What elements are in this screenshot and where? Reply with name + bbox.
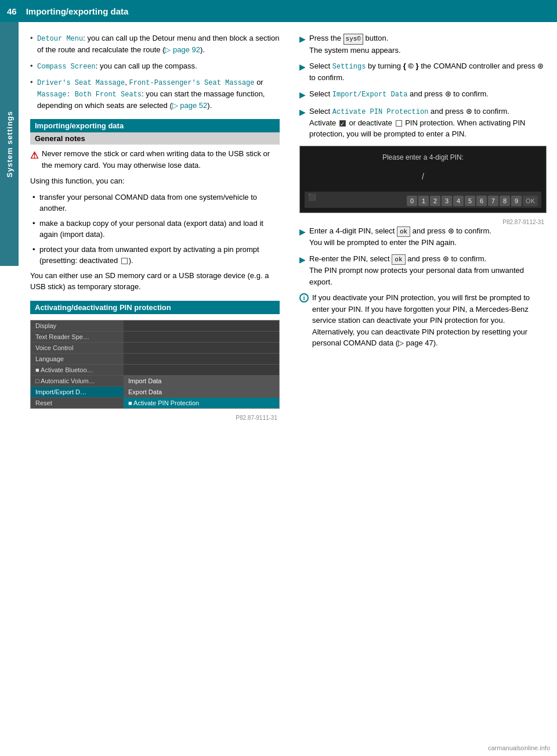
pin-key-2: 2 bbox=[430, 196, 440, 206]
checkbox-activate bbox=[339, 120, 346, 127]
bullet-massage: Driver's Seat Massage, Front-Pas­senger'… bbox=[30, 77, 280, 111]
arrow-text-4: Select Activate PIN Protection and press… bbox=[309, 106, 547, 140]
menu-cell-language: Language bbox=[31, 354, 124, 364]
code-both-seats-massage: Massage: Both Front Seats bbox=[37, 91, 142, 99]
sub-bullet-protect: protect your data from unwanted export b… bbox=[30, 244, 280, 267]
pin-key-6: 6 bbox=[476, 196, 487, 206]
pin-keyboard-bar: ⬛ 0 1 2 3 4 5 6 7 8 9 OK bbox=[305, 192, 541, 208]
menu-row-language: Language bbox=[31, 354, 279, 365]
page-number: 46 bbox=[7, 6, 17, 16]
syso-button: sys© bbox=[343, 34, 363, 45]
menu-row-voicecontrol: Voice Control bbox=[31, 343, 279, 354]
header-title: Importing/exporting data bbox=[26, 6, 129, 16]
menu-cell-bluetooth: ■ Activate Bluetoo… bbox=[31, 365, 124, 375]
arrow-icon-4: ▶ bbox=[299, 106, 306, 140]
menu-row-textreader: Text Reader Spe… bbox=[31, 332, 279, 343]
menu-row-importexport: Import/Export D… Export Data bbox=[31, 387, 279, 398]
using-this-function: Using this function, you can: bbox=[30, 175, 280, 187]
sidebar-tab: System settings bbox=[0, 22, 19, 266]
pin-key-5: 5 bbox=[465, 196, 475, 206]
bullet-detour-menu: Detour Menu: you can call up the Detour … bbox=[30, 33, 280, 56]
section-header-pin: Activating/deactivating PIN protection bbox=[30, 301, 280, 314]
pin-key-8: 8 bbox=[500, 196, 510, 206]
pin-key-7: 7 bbox=[488, 196, 498, 206]
pin-key-0: 0 bbox=[407, 196, 417, 206]
arrow-press-sys: ▶ Press the sys© button.The system menu … bbox=[299, 33, 547, 56]
arrow-text-3: Select Import/Export Data and press ⊛ to… bbox=[309, 88, 489, 101]
pin-key-3: 3 bbox=[442, 196, 452, 206]
arrow-enter-pin: ▶ Enter a 4-digit PIN, select ok and pre… bbox=[299, 225, 547, 249]
info-block: i If you deactivate your PIN protection,… bbox=[299, 292, 547, 349]
header-bar: 46 Importing/exporting data bbox=[0, 0, 557, 22]
code-activate-pin: Activate PIN Protection bbox=[332, 108, 429, 116]
pin-bottom-left-icon: ⬛ bbox=[308, 193, 316, 206]
menu-cell-autovol-right: Import Data bbox=[124, 376, 279, 386]
pin-cursor: / bbox=[305, 168, 541, 185]
menu-cell-textreader: Text Reader Spe… bbox=[31, 332, 124, 342]
menu-cell-display: Display bbox=[31, 321, 124, 331]
pin-prompt: Please enter a 4-digit PIN: bbox=[305, 153, 541, 161]
sidebar-label: System settings bbox=[5, 111, 14, 178]
menu-cell-textreader-right bbox=[124, 332, 279, 342]
menu-row-display: Display bbox=[31, 321, 279, 332]
menu-cell-voicecontrol-right bbox=[124, 343, 279, 353]
menu-cell-importexport-right: Export Data bbox=[124, 387, 279, 397]
arrow-text-5: Enter a 4-digit PIN, select ok and press… bbox=[309, 225, 491, 249]
arrow-icon-5: ▶ bbox=[299, 226, 306, 249]
menu-cell-reset: Reset bbox=[31, 398, 124, 408]
menu-screenshot: Display Text Reader Spe… Voice Control L… bbox=[30, 320, 280, 409]
menu-cell-voicecontrol: Voice Control bbox=[31, 343, 124, 353]
checkbox-deactivated bbox=[121, 258, 128, 264]
warning-block: ⚠ Never remove the stick or card when wr… bbox=[30, 148, 280, 171]
pin-key-9: 9 bbox=[511, 196, 522, 206]
menu-cell-bluetooth-right bbox=[124, 365, 279, 375]
section-header-importing: Importing/exporting data bbox=[30, 119, 280, 132]
checkbox-deactivate bbox=[396, 120, 402, 127]
arrow-select-settings: ▶ Select Settings by turning { © } the C… bbox=[299, 60, 547, 84]
sub-bullet-backup: make a backup copy of your personal data… bbox=[30, 218, 280, 240]
arrow-select-importexport: ▶ Select Import/Export Data and press ⊛ … bbox=[299, 88, 547, 101]
bullet-compass-screen: Compass Screen: you can call up the comp… bbox=[30, 60, 280, 72]
subsection-header-general: General notes bbox=[30, 132, 280, 145]
menu-cell-display-right bbox=[124, 321, 279, 331]
arrow-text-6: Re-enter the PIN, select ok and press ⊛ … bbox=[309, 253, 547, 288]
code-compass-screen: Compass Screen bbox=[37, 63, 96, 71]
arrow-icon-2: ▶ bbox=[299, 61, 306, 84]
menu-caption: P82.87-9111-31 bbox=[30, 415, 280, 421]
arrow-reenter-pin: ▶ Re-enter the PIN, select ok and press … bbox=[299, 253, 547, 288]
pin-key-1: 1 bbox=[418, 196, 429, 206]
ok-btn-2: ok bbox=[392, 254, 405, 265]
arrow-icon-1: ▶ bbox=[299, 33, 306, 56]
arrow-activate-pin: ▶ Select Activate PIN Protection and pre… bbox=[299, 106, 547, 140]
menu-cell-reset-right: ■ Activate PIN Protection bbox=[124, 398, 279, 408]
pin-key-ok: OK bbox=[523, 196, 538, 206]
code-settings: Settings bbox=[332, 63, 366, 71]
right-column: ▶ Press the sys© button.The system menu … bbox=[294, 33, 547, 421]
code-importexport: Import/Export Data bbox=[332, 91, 408, 99]
arrow-icon-6: ▶ bbox=[299, 254, 306, 288]
sd-or-usb-text: You can either use an SD memory card or … bbox=[30, 270, 280, 293]
arrow-text-1: Press the sys© button.The system menu ap… bbox=[309, 33, 401, 56]
menu-row-reset: Reset ■ Activate PIN Protection bbox=[31, 398, 279, 408]
pin-screenshot: Please enter a 4-digit PIN: / ⬛ 0 1 2 3 … bbox=[299, 146, 547, 213]
warning-text: Never remove the stick or card when writ… bbox=[42, 148, 280, 171]
menu-cell-autovol: □ Automatic Volum… bbox=[31, 376, 124, 386]
menu-cell-importexport: Import/Export D… bbox=[31, 387, 124, 397]
info-icon: i bbox=[299, 293, 309, 303]
ok-btn-1: ok bbox=[397, 226, 410, 237]
info-text: If you deactivate your PIN protection, y… bbox=[312, 292, 547, 349]
code-driver-massage: Driver's Seat Massage bbox=[37, 79, 125, 87]
code-front-passenger-massage: Front-Pas­senger's Seat Massage bbox=[129, 79, 254, 87]
arrow-text-2: Select Settings by turning { © } the COM… bbox=[309, 60, 547, 84]
left-column: Detour Menu: you can call up the Detour … bbox=[30, 33, 280, 421]
main-content: Detour Menu: you can call up the Detour … bbox=[19, 22, 557, 431]
sub-bullet-transfer: transfer your personal COMAND data from … bbox=[30, 192, 280, 214]
menu-row-bluetooth: ■ Activate Bluetoo… bbox=[31, 365, 279, 376]
pin-key-4: 4 bbox=[453, 196, 464, 206]
menu-cell-language-right bbox=[124, 354, 279, 364]
menu-row-autovol: □ Automatic Volum… Import Data bbox=[31, 376, 279, 387]
warning-icon: ⚠ bbox=[30, 149, 38, 171]
pin-keys: 0 1 2 3 4 5 6 7 8 9 OK bbox=[407, 196, 538, 206]
page-watermark: carmanualsonline.info bbox=[488, 744, 550, 751]
pin-caption: P82.87-9112-31 bbox=[299, 219, 547, 225]
